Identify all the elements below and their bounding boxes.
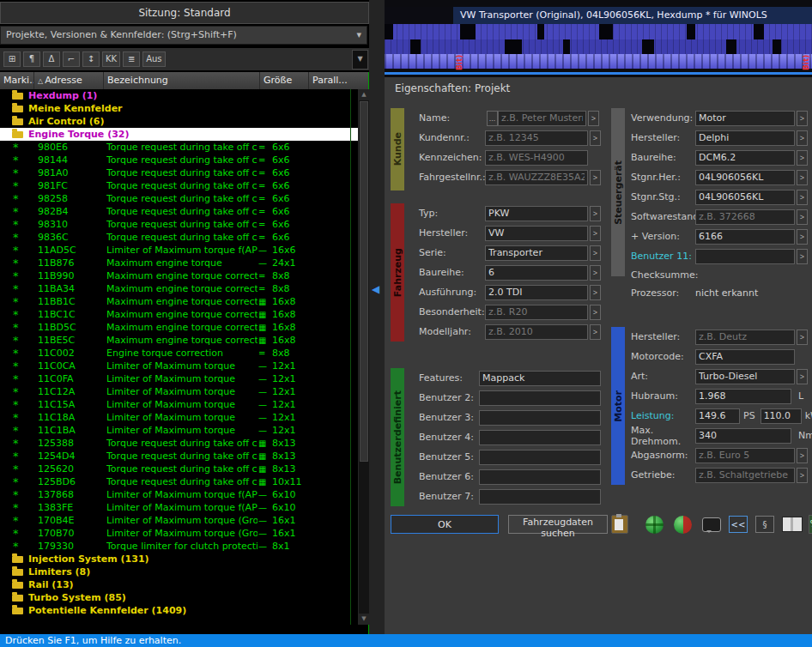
expand-button[interactable]: >: [590, 265, 601, 281]
expand-button[interactable]: >: [590, 245, 601, 261]
drehmoment-field[interactable]: [695, 428, 791, 444]
paste-icon[interactable]: [611, 515, 628, 534]
map-row[interactable]: *125BD6Torque request during take off co…: [0, 475, 358, 488]
folder-row[interactable]: Hexdump (1): [0, 89, 358, 102]
column-header[interactable]: Marki...: [0, 72, 34, 89]
map-row[interactable]: *11C1BALimiter of Maximum torque—12x1: [0, 424, 358, 437]
folder-row[interactable]: Limiters (8): [0, 565, 358, 578]
expand-button[interactable]: >: [590, 285, 601, 300]
folder-row[interactable]: Engine Torque (32): [0, 128, 358, 141]
expand-button[interactable]: >: [797, 229, 808, 245]
benutzer2-field[interactable]: [479, 390, 601, 406]
getriebe-field[interactable]: [695, 468, 795, 483]
features-field[interactable]: [479, 371, 601, 386]
st-baureihe-field[interactable]: [695, 150, 795, 166]
map-row[interactable]: *137868Limiter of Maximum torque f(APS)—…: [0, 488, 358, 501]
modelljahr-field[interactable]: [485, 324, 588, 340]
motorcode-field[interactable]: [695, 349, 795, 365]
kundennr-field[interactable]: [485, 130, 588, 146]
list-icon[interactable]: ≣: [123, 51, 140, 67]
map-row[interactable]: *11AD5CLimiter of Maximum torque f(APS)—…: [0, 244, 358, 257]
fahrzeugdaten-suchen-button[interactable]: Fahrzeugdaten suchen: [508, 515, 608, 534]
cursor-icon[interactable]: ⌐: [63, 51, 80, 67]
benutzer6-field[interactable]: [479, 469, 601, 485]
scroll-up-icon[interactable]: ▲: [359, 89, 369, 100]
column-header[interactable]: △Adresse: [34, 72, 104, 89]
folder-row[interactable]: Rail (13): [0, 578, 358, 591]
map-row[interactable]: *982B4Torque request during take off con…: [0, 205, 358, 218]
benutzer3-field[interactable]: [479, 410, 601, 426]
map-row[interactable]: *170B4ELimiter of Maximum torque (Group …: [0, 514, 358, 527]
map-row[interactable]: *170B70Limiter of Maximum torque (Group …: [0, 527, 358, 540]
hexdump-preview-window[interactable]: VW Transporter (Original), 04L906056KL, …: [385, 0, 812, 77]
map-row[interactable]: *11BE5CMaximum engine torque correction …: [0, 334, 358, 347]
softwarestand-field[interactable]: [695, 209, 795, 225]
column-header[interactable]: Bezeichnung: [104, 72, 260, 89]
map-row[interactable]: *11C18ALimiter of Maximum torque—12x1: [0, 411, 358, 424]
ok-button[interactable]: OK: [391, 515, 499, 534]
expand-button[interactable]: >: [797, 111, 808, 126]
map-row[interactable]: *11BB1CMaximum engine torque correction …: [0, 295, 358, 308]
expand-button[interactable]: >: [797, 170, 808, 185]
project-selector[interactable]: Projekte, Versionen & Kennfelder: (Strg+…: [0, 26, 367, 45]
panel-splitter[interactable]: ◀: [369, 0, 385, 634]
besonderheit-field[interactable]: [485, 305, 588, 320]
stgnr-stg-field[interactable]: [695, 190, 795, 205]
expand-button[interactable]: >: [590, 324, 601, 340]
map-row[interactable]: *981FCTorque request during take off con…: [0, 179, 358, 192]
benutzer7-field[interactable]: [479, 489, 601, 505]
expand-button[interactable]: >: [588, 111, 599, 126]
expand-button[interactable]: >: [590, 130, 601, 146]
version-field[interactable]: [695, 229, 795, 245]
hexdump-band-1[interactable]: [385, 24, 812, 39]
folder-row[interactable]: Injection System (131): [0, 553, 358, 565]
map-row[interactable]: *11B990Maximum engine torque correction …: [0, 269, 358, 282]
map-row[interactable]: *11C15ALimiter of Maximum torque—12x1: [0, 398, 358, 411]
kk-button[interactable]: KK: [102, 51, 120, 67]
collapse-left-icon[interactable]: ◀: [372, 283, 379, 295]
globe-green-icon[interactable]: [645, 516, 664, 534]
st-hersteller-field[interactable]: [695, 130, 795, 146]
typ-field[interactable]: [485, 206, 588, 221]
serie-field[interactable]: [485, 245, 588, 261]
book-icon[interactable]: [782, 517, 803, 532]
map-row[interactable]: *9836CTorque request during take off con…: [0, 231, 358, 244]
folder-row[interactable]: Air Control (6): [0, 115, 358, 128]
scroll-down-icon[interactable]: ▼: [359, 614, 369, 625]
list-scrollbar[interactable]: ▲ ▼: [358, 89, 369, 625]
expand-button[interactable]: >: [797, 369, 808, 384]
column-header[interactable]: Größe: [260, 72, 309, 89]
expand-button[interactable]: >: [797, 468, 808, 483]
leistung-2-field[interactable]: [760, 408, 802, 424]
benutzer4-field[interactable]: [479, 430, 601, 445]
toolbar-dropdown-button[interactable]: ▼: [352, 50, 368, 70]
leistung-1-field[interactable]: [695, 408, 740, 424]
expand-button[interactable]: >: [797, 130, 808, 146]
motor-hersteller-field[interactable]: [695, 330, 795, 345]
sort-icon[interactable]: ↕: [82, 51, 100, 67]
expand-button[interactable]: >: [797, 330, 808, 345]
expand-button[interactable]: >: [797, 448, 808, 463]
hexdump-band-3[interactable]: [385, 54, 812, 69]
map-row[interactable]: *980E6Torque request during take off con…: [0, 141, 358, 154]
folder-row[interactable]: Potentielle Kennfelder (1409): [0, 604, 358, 617]
map-row[interactable]: *1254D4Torque request during take off co…: [0, 450, 358, 463]
map-row[interactable]: *1383FELimiter of Maximum torque f(APS)—…: [0, 501, 358, 514]
map-row[interactable]: *98144Torque request during take off con…: [0, 154, 358, 166]
map-row[interactable]: *125620Torque request during take off co…: [0, 463, 358, 475]
expand-button[interactable]: >: [797, 150, 808, 166]
browse-button[interactable]: ...: [487, 111, 498, 126]
fahrgestellnr-field[interactable]: [485, 170, 588, 185]
compare-icon[interactable]: ⊞: [3, 51, 21, 67]
map-row[interactable]: *11C12ALimiter of Maximum torque—12x1: [0, 385, 358, 398]
expand-button[interactable]: >: [590, 206, 601, 221]
map-row[interactable]: *125388Torque request during take off co…: [0, 437, 358, 450]
map-row[interactable]: *11B876Maximum engine torque—24x1: [0, 257, 358, 269]
expand-button[interactable]: >: [797, 190, 808, 205]
map-row[interactable]: *11C0CALimiter of Maximum torque—12x1: [0, 360, 358, 372]
delta-icon[interactable]: Δ: [43, 51, 60, 67]
stgnr-her-field[interactable]: [695, 170, 795, 185]
aus-button[interactable]: Aus: [142, 51, 165, 67]
session-bar[interactable]: Sitzung: Standard: [0, 2, 369, 24]
expand-button[interactable]: >: [797, 209, 808, 225]
